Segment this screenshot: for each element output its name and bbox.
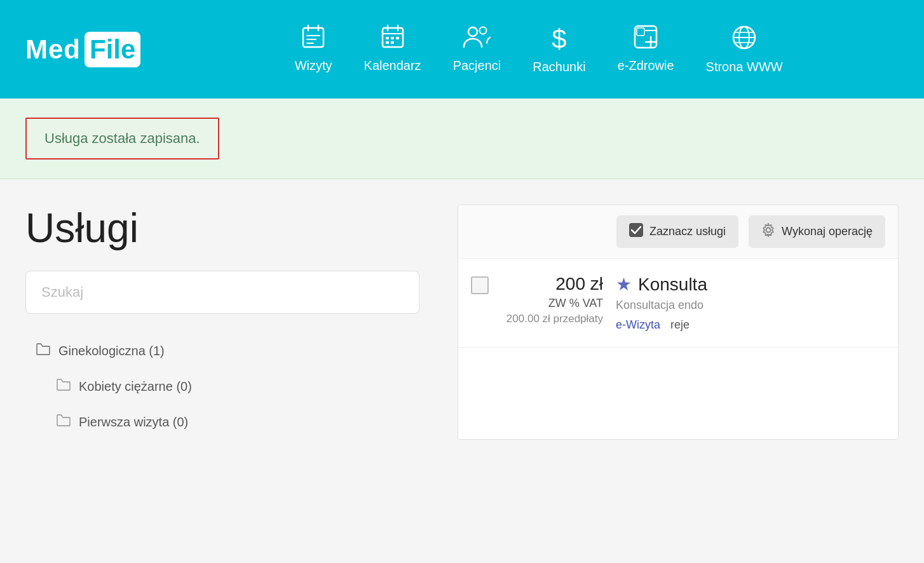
service-name: Konsulta [638, 275, 707, 295]
category-label-pierwsza-wizyta: Pierwsza wizyta (0) [79, 415, 188, 430]
nav-item-ezdrowie[interactable]: e-Zdrowie [618, 24, 674, 74]
service-desc: Konsultacja endo [616, 299, 885, 312]
svg-rect-0 [303, 28, 323, 47]
right-panel: Zaznacz usługi Wykonaj operację 200 zł Z… [458, 205, 899, 440]
nav-item-rachunki[interactable]: $ Rachunki [533, 24, 585, 74]
category-item-ginekologiczna[interactable]: Ginekologiczna (1) [25, 333, 458, 369]
star-icon: ★ [616, 274, 632, 295]
wizyty-icon [301, 24, 326, 53]
svg-rect-18 [635, 26, 656, 48]
nav-item-wizyty[interactable]: Wizyty [295, 24, 332, 74]
category-item-kobiety-ciezarne[interactable]: Kobiety ciężarne (0) [25, 369, 458, 404]
nav-item-kalendarz[interactable]: Kalendarz [364, 24, 421, 74]
pacjenci-label: Pacjenci [453, 58, 501, 73]
wykonaj-operacje-button[interactable]: Wykonaj operację [749, 215, 885, 248]
kalendarz-label: Kalendarz [364, 58, 421, 73]
svg-point-29 [766, 228, 771, 233]
left-panel: Usługi Ginekologiczna (1) Kobiety ciężar… [25, 205, 458, 440]
toolbar: Zaznacz usługi Wykonaj operację [458, 205, 898, 259]
zaznacz-uslugi-button[interactable]: Zaznacz usługi [616, 215, 738, 248]
logo-file-text: File [90, 34, 135, 65]
main-nav: Wizyty Kalendarz [179, 24, 899, 74]
rachunki-label: Rachunki [533, 60, 585, 74]
svg-rect-12 [396, 37, 399, 39]
tag-ewizyta[interactable]: e-Wizyta [616, 318, 660, 332]
strona-www-icon [731, 24, 758, 55]
ezdrowie-label: e-Zdrowie [618, 58, 674, 73]
search-input[interactable] [25, 271, 419, 314]
category-label-ginekologiczna: Ginekologiczna (1) [58, 344, 165, 358]
folder-icon-3 [56, 413, 71, 431]
logo-med-text: Med [25, 34, 81, 65]
ezdrowie-icon [633, 24, 658, 53]
service-card: 200 zł ZW % VAT 200.00 zł przedpłaty ★ K… [458, 259, 898, 348]
svg-point-16 [480, 27, 487, 34]
success-banner: Usługa została zapisana. [0, 98, 924, 179]
logo-file-box: File [85, 32, 140, 67]
gear-icon [761, 223, 775, 240]
success-message: Usługa została zapisana. [25, 118, 219, 159]
svg-rect-19 [637, 28, 644, 36]
service-prepay: 200.00 zł przedpłaty [501, 313, 603, 325]
checkbox-icon [629, 223, 643, 240]
rachunki-icon: $ [548, 24, 571, 55]
service-vat: ZW % VAT [501, 297, 603, 310]
service-details: ★ Konsulta Konsultacja endo e-Wizyta rej… [616, 274, 885, 332]
category-label-kobiety-ciezarne: Kobiety ciężarne (0) [79, 379, 192, 394]
service-title-row: ★ Konsulta [616, 274, 885, 295]
svg-text:$: $ [552, 24, 566, 51]
operacja-label: Wykonaj operację [782, 225, 873, 238]
logo[interactable]: Med File [25, 32, 140, 67]
folder-icon-2 [56, 377, 71, 395]
category-list: Ginekologiczna (1) Kobiety ciężarne (0) … [25, 333, 458, 440]
folder-icon [36, 342, 51, 360]
page-title: Usługi [25, 205, 458, 252]
service-tags: e-Wizyta reje [616, 318, 885, 332]
service-checkbox[interactable] [471, 276, 489, 294]
svg-rect-10 [386, 37, 389, 39]
svg-rect-14 [391, 41, 394, 44]
svg-rect-11 [391, 37, 394, 39]
wizyty-label: Wizyty [295, 58, 332, 73]
service-price-info: 200 zł ZW % VAT 200.00 zł przedpłaty [501, 274, 603, 325]
kalendarz-icon [380, 24, 405, 53]
tag-reje: reje [670, 318, 690, 332]
svg-rect-13 [386, 41, 389, 44]
nav-item-pacjenci[interactable]: Pacjenci [453, 24, 501, 74]
service-price: 200 zł [501, 274, 603, 294]
svg-point-15 [468, 27, 477, 36]
strona-www-label: Strona WWW [706, 60, 783, 74]
category-item-pierwsza-wizyta[interactable]: Pierwsza wizyta (0) [25, 404, 458, 440]
nav-item-strona-www[interactable]: Strona WWW [706, 24, 783, 74]
zaznacz-label: Zaznacz usługi [649, 225, 726, 238]
main-content: Usługi Ginekologiczna (1) Kobiety ciężar… [0, 179, 924, 440]
main-header: Med File Wizyty [0, 0, 924, 98]
pacjenci-icon [463, 24, 491, 53]
